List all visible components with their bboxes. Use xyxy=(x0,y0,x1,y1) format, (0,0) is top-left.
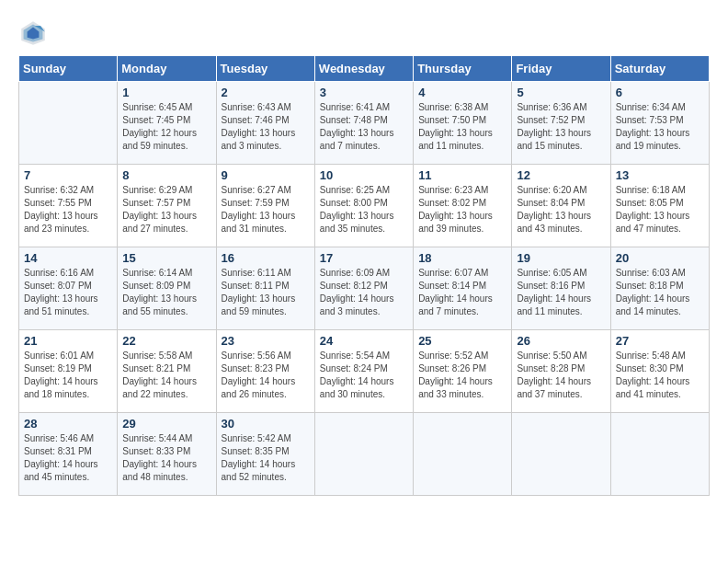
calendar-cell xyxy=(610,413,709,496)
day-info: Sunrise: 6:11 AMSunset: 8:11 PMDaylight:… xyxy=(222,267,310,318)
day-info: Sunrise: 6:45 AMSunset: 7:45 PMDaylight:… xyxy=(122,101,210,153)
day-info: Sunrise: 6:43 AMSunset: 7:46 PMDaylight:… xyxy=(222,101,310,153)
day-info: Sunrise: 6:29 AMSunset: 7:57 PMDaylight:… xyxy=(122,184,210,236)
day-number: 6 xyxy=(616,86,704,99)
day-info: Sunrise: 6:18 AMSunset: 8:05 PMDaylight:… xyxy=(616,184,704,236)
day-info: Sunrise: 5:50 AMSunset: 8:28 PMDaylight:… xyxy=(517,350,605,401)
calendar-cell: 26Sunrise: 5:50 AMSunset: 8:28 PMDayligh… xyxy=(512,330,610,413)
day-number: 5 xyxy=(517,86,605,99)
day-number: 16 xyxy=(222,251,310,265)
calendar-cell: 14Sunrise: 6:16 AMSunset: 8:07 PMDayligh… xyxy=(19,247,118,330)
weekday-header: Monday xyxy=(118,56,216,82)
calendar-cell: 30Sunrise: 5:42 AMSunset: 8:35 PMDayligh… xyxy=(216,413,314,496)
calendar-cell: 7Sunrise: 6:32 AMSunset: 7:55 PMDaylight… xyxy=(19,165,118,247)
day-number: 3 xyxy=(320,86,408,99)
day-info: Sunrise: 5:58 AMSunset: 8:21 PMDaylight:… xyxy=(122,350,210,401)
logo-icon xyxy=(18,18,48,48)
weekday-header: Thursday xyxy=(414,56,512,82)
page-header xyxy=(18,18,710,48)
calendar-cell: 28Sunrise: 5:46 AMSunset: 8:31 PMDayligh… xyxy=(19,413,118,496)
day-number: 15 xyxy=(122,251,210,265)
day-number: 9 xyxy=(222,168,310,182)
day-info: Sunrise: 5:54 AMSunset: 8:24 PMDaylight:… xyxy=(320,350,408,401)
day-info: Sunrise: 5:44 AMSunset: 8:33 PMDaylight:… xyxy=(122,432,210,484)
day-info: Sunrise: 6:05 AMSunset: 8:16 PMDaylight:… xyxy=(517,267,605,318)
day-info: Sunrise: 6:09 AMSunset: 8:12 PMDaylight:… xyxy=(320,267,408,318)
day-info: Sunrise: 5:46 AMSunset: 8:31 PMDaylight:… xyxy=(24,432,112,484)
calendar-cell: 3Sunrise: 6:41 AMSunset: 7:48 PMDaylight… xyxy=(314,82,413,165)
calendar-cell: 27Sunrise: 5:48 AMSunset: 8:30 PMDayligh… xyxy=(610,330,709,413)
logo xyxy=(18,18,53,48)
calendar-cell: 11Sunrise: 6:23 AMSunset: 8:02 PMDayligh… xyxy=(414,165,512,247)
calendar-cell: 17Sunrise: 6:09 AMSunset: 8:12 PMDayligh… xyxy=(314,247,413,330)
calendar-cell: 4Sunrise: 6:38 AMSunset: 7:50 PMDaylight… xyxy=(414,82,512,165)
day-number: 26 xyxy=(517,334,605,348)
day-info: Sunrise: 5:52 AMSunset: 8:26 PMDaylight:… xyxy=(418,350,506,401)
weekday-header: Saturday xyxy=(610,56,709,82)
calendar-cell: 22Sunrise: 5:58 AMSunset: 8:21 PMDayligh… xyxy=(118,330,216,413)
day-info: Sunrise: 6:01 AMSunset: 8:19 PMDaylight:… xyxy=(24,350,112,401)
calendar-cell: 15Sunrise: 6:14 AMSunset: 8:09 PMDayligh… xyxy=(118,247,216,330)
weekday-header: Friday xyxy=(512,56,610,82)
calendar-cell: 5Sunrise: 6:36 AMSunset: 7:52 PMDaylight… xyxy=(512,82,610,165)
calendar-cell xyxy=(314,413,413,496)
day-number: 2 xyxy=(222,86,310,99)
calendar-week-row: 14Sunrise: 6:16 AMSunset: 8:07 PMDayligh… xyxy=(19,247,710,330)
calendar-cell: 1Sunrise: 6:45 AMSunset: 7:45 PMDaylight… xyxy=(118,82,216,165)
calendar-week-row: 28Sunrise: 5:46 AMSunset: 8:31 PMDayligh… xyxy=(19,413,710,496)
calendar-cell: 21Sunrise: 6:01 AMSunset: 8:19 PMDayligh… xyxy=(19,330,118,413)
day-info: Sunrise: 5:42 AMSunset: 8:35 PMDaylight:… xyxy=(222,432,310,484)
day-number: 11 xyxy=(418,168,506,182)
day-number: 30 xyxy=(222,417,310,431)
weekday-header: Wednesday xyxy=(314,56,413,82)
calendar-cell: 8Sunrise: 6:29 AMSunset: 7:57 PMDaylight… xyxy=(118,165,216,247)
day-number: 7 xyxy=(24,168,112,182)
calendar-cell: 18Sunrise: 6:07 AMSunset: 8:14 PMDayligh… xyxy=(414,247,512,330)
day-number: 4 xyxy=(418,86,506,99)
day-number: 28 xyxy=(24,417,112,431)
calendar-cell: 16Sunrise: 6:11 AMSunset: 8:11 PMDayligh… xyxy=(216,247,314,330)
calendar-cell: 6Sunrise: 6:34 AMSunset: 7:53 PMDaylight… xyxy=(610,82,709,165)
calendar-cell: 13Sunrise: 6:18 AMSunset: 8:05 PMDayligh… xyxy=(610,165,709,247)
day-number: 21 xyxy=(24,334,112,348)
calendar-cell: 19Sunrise: 6:05 AMSunset: 8:16 PMDayligh… xyxy=(512,247,610,330)
day-number: 13 xyxy=(616,168,704,182)
calendar-cell: 12Sunrise: 6:20 AMSunset: 8:04 PMDayligh… xyxy=(512,165,610,247)
day-info: Sunrise: 6:07 AMSunset: 8:14 PMDaylight:… xyxy=(418,267,506,318)
calendar-cell: 23Sunrise: 5:56 AMSunset: 8:23 PMDayligh… xyxy=(216,330,314,413)
day-info: Sunrise: 6:20 AMSunset: 8:04 PMDaylight:… xyxy=(517,184,605,236)
weekday-header: Tuesday xyxy=(216,56,314,82)
calendar-cell: 25Sunrise: 5:52 AMSunset: 8:26 PMDayligh… xyxy=(414,330,512,413)
day-info: Sunrise: 6:34 AMSunset: 7:53 PMDaylight:… xyxy=(616,101,704,153)
day-number: 23 xyxy=(222,334,310,348)
day-info: Sunrise: 6:16 AMSunset: 8:07 PMDaylight:… xyxy=(24,267,112,318)
day-number: 24 xyxy=(320,334,408,348)
calendar-cell xyxy=(414,413,512,496)
day-number: 17 xyxy=(320,251,408,265)
calendar-cell: 10Sunrise: 6:25 AMSunset: 8:00 PMDayligh… xyxy=(314,165,413,247)
day-number: 10 xyxy=(320,168,408,182)
day-number: 20 xyxy=(616,251,704,265)
day-number: 29 xyxy=(122,417,210,431)
day-number: 8 xyxy=(122,168,210,182)
calendar-cell: 2Sunrise: 6:43 AMSunset: 7:46 PMDaylight… xyxy=(216,82,314,165)
day-number: 1 xyxy=(122,86,210,99)
day-info: Sunrise: 6:03 AMSunset: 8:18 PMDaylight:… xyxy=(616,267,704,318)
calendar-cell: 29Sunrise: 5:44 AMSunset: 8:33 PMDayligh… xyxy=(118,413,216,496)
day-info: Sunrise: 6:32 AMSunset: 7:55 PMDaylight:… xyxy=(24,184,112,236)
day-number: 14 xyxy=(24,251,112,265)
day-number: 27 xyxy=(616,334,704,348)
day-info: Sunrise: 5:56 AMSunset: 8:23 PMDaylight:… xyxy=(222,350,310,401)
day-number: 19 xyxy=(517,251,605,265)
calendar-cell xyxy=(512,413,610,496)
day-info: Sunrise: 6:38 AMSunset: 7:50 PMDaylight:… xyxy=(418,101,506,153)
day-number: 22 xyxy=(122,334,210,348)
weekday-header: Sunday xyxy=(19,56,118,82)
calendar-cell: 24Sunrise: 5:54 AMSunset: 8:24 PMDayligh… xyxy=(314,330,413,413)
weekday-header-row: SundayMondayTuesdayWednesdayThursdayFrid… xyxy=(19,56,710,82)
day-info: Sunrise: 6:14 AMSunset: 8:09 PMDaylight:… xyxy=(122,267,210,318)
day-number: 18 xyxy=(418,251,506,265)
calendar-cell: 9Sunrise: 6:27 AMSunset: 7:59 PMDaylight… xyxy=(216,165,314,247)
calendar-week-row: 21Sunrise: 6:01 AMSunset: 8:19 PMDayligh… xyxy=(19,330,710,413)
day-info: Sunrise: 6:27 AMSunset: 7:59 PMDaylight:… xyxy=(222,184,310,236)
